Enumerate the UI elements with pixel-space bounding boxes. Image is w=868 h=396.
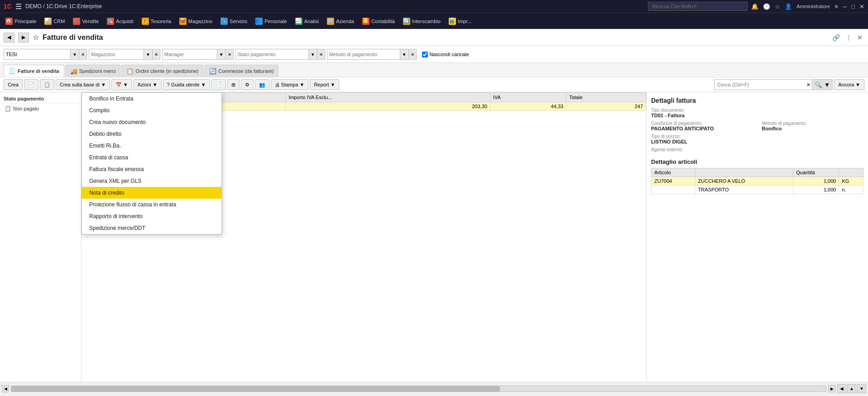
nav-prev-button[interactable]: ◀ [837,384,846,393]
nav-interscambio[interactable]: 🔄 Interscambio [399,16,444,27]
metodo-filter-clear[interactable]: ✕ [408,49,416,59]
bell-icon[interactable]: 🔔 [751,3,758,10]
dropdown-item-crea-nuovo[interactable]: Crea nuovo documento [82,116,221,128]
guida-dropdown-icon: ▼ [201,82,206,87]
toolbar-search-go[interactable]: 🔍 ▼ [812,80,832,90]
report-button[interactable]: Report ▼ [310,79,339,90]
forward-button[interactable]: ▶ [18,33,29,43]
nav-vendite[interactable]: 🛒 Vendite [69,16,102,27]
manager-filter-clear[interactable]: ✕ [225,49,233,59]
nav-azienda[interactable]: 🏢 Azienda [323,16,358,27]
grid-button[interactable]: ⊞ [227,79,240,90]
ancora-button[interactable]: Ancora ▼ [834,79,864,90]
nav-personale[interactable]: 👥 Personale [252,16,291,27]
star-icon[interactable]: ☆ [775,3,780,10]
stampa-button[interactable]: 🖨 Stampa ▼ [271,79,309,90]
guida-button[interactable]: ? Guida utente ▼ [163,79,210,90]
back-button[interactable]: ◀ [4,33,14,43]
nascondi-checkbox[interactable] [422,52,428,57]
dropdown-item-nota-credito[interactable]: Nota di credito [82,187,221,199]
nav-servizio-label: Servizio [230,19,247,24]
search-filter-clear[interactable]: ✕ [79,49,86,59]
maximize-icon[interactable]: □ [851,3,855,10]
minimize-icon[interactable]: ─ [843,3,847,10]
tab-spedizioni[interactable]: 🚚 Spedizioni merci [65,65,121,77]
nav-magazzino[interactable]: 📦 Magazzino [176,16,216,27]
col-importo[interactable]: Importo IVA Esclu... [286,93,490,102]
toolbar-search-input[interactable] [715,80,805,90]
dropdown-item-spedizione[interactable]: Spedizione merce/DDT [82,222,221,234]
magazzino-filter-input[interactable] [89,49,144,59]
sidebar-item-non-pagato[interactable]: 📋 Non pagato [2,104,79,114]
metodo-filter-dropdown[interactable]: ▼ [400,49,408,59]
user-icon[interactable]: 👤 [785,3,792,10]
filter-bar: ▼ ✕ ▼ ✕ ▼ ✕ ▼ ✕ ▼ ✕ Nascondi caricate [0,46,868,63]
nav-analisi[interactable]: 📈 Analisi [292,16,322,27]
toolbar: Crea 📄 📋 Crea sulla base di ▼ 📅 ▼ Azioni… [0,77,868,92]
col-iva[interactable]: IVA [490,93,566,102]
nav-acquisti[interactable]: 🛍️ Acquisti [103,16,137,27]
art-col-desc [695,168,793,177]
calendar-button[interactable]: 📅 ▼ [111,79,132,90]
hamburger-icon[interactable]: ☰ [15,2,22,11]
topbar-search-input[interactable] [648,2,748,11]
nav-contabilita[interactable]: 📒 Contabilità [359,16,398,27]
close-page-button[interactable]: ✕ [855,33,864,42]
crea-button[interactable]: Crea [4,79,23,90]
more-options-icon[interactable]: ⋮ [844,33,854,42]
stato-filter-input[interactable] [236,49,308,59]
manager-filter-input[interactable] [163,49,217,59]
search-filter-input[interactable] [4,49,70,59]
toolbar-search-clear[interactable]: ✕ [805,82,812,88]
people-button[interactable]: 👥 [255,79,269,90]
clock-icon[interactable]: 🕐 [763,3,770,10]
nav-servizio[interactable]: 🔧 Servizio [217,16,251,27]
magazzino-filter-dropdown[interactable]: ▼ [144,49,152,59]
search-filter-dropdown[interactable]: ▼ [70,49,79,59]
scroll-left-button[interactable]: ◀ [2,385,9,392]
dropdown-item-fattura-fiscale[interactable]: Fattura fiscale emessa [82,163,221,175]
dropdown-item-rapporto[interactable]: Rapporto di intervento [82,210,221,222]
nav-crm[interactable]: 📊 CRM [41,16,68,27]
settings-icon[interactable]: ≡ [834,3,838,10]
dropdown-item-emetti[interactable]: Emetti Ri.Ba. [82,140,221,152]
nav-down-button[interactable]: ▼ [857,384,866,393]
stampa-label: Stampa [281,82,298,87]
close-icon[interactable]: ✕ [859,3,864,10]
scroll-track[interactable] [11,386,826,392]
art-um-1: KG [839,177,863,186]
articles-row[interactable]: TRASPORTO 1,000 n. [652,186,863,194]
manager-filter-dropdown[interactable]: ▼ [217,49,225,59]
doc-button[interactable]: 📄 [211,79,226,90]
col-totale[interactable]: Totale [566,93,646,102]
tab-ordini[interactable]: 📋 Ordini cliente (in spedizione) [121,65,203,77]
crea-base-button[interactable]: Crea sulla base di ▼ [56,79,110,90]
stato-filter-clear[interactable]: ✕ [317,49,325,59]
dropdown-item-proiezione[interactable]: Proiezione flusso di cassa in entrata [82,199,221,210]
nav-impr[interactable]: 🖨️ Impr... [445,16,475,27]
copy-button[interactable]: 📄 [24,79,38,90]
scroll-right-button[interactable]: ▶ [828,385,835,392]
settings2-button[interactable]: ⚙ [241,79,254,90]
link-icon[interactable]: 🔗 [830,33,842,42]
nav-up-button[interactable]: ▲ [847,384,856,393]
nav-impr-label: Impr... [458,19,472,24]
dropdown-item-genera-xml[interactable]: Genera XML per GLS [82,175,221,187]
metodo-filter-input[interactable] [327,49,400,59]
magazzino-filter-clear[interactable]: ✕ [152,49,160,59]
paste-button[interactable]: 📋 [40,79,54,90]
tab-fatture[interactable]: 🧾 Fatture di vendita [4,65,64,77]
dropdown-item-bonifico[interactable]: Bonifico in Entrata [82,93,221,105]
tab-commesse[interactable]: 🔄 Commesse (da fatturare) [204,65,278,77]
dropdown-item-debito[interactable]: Debito diretto [82,128,221,140]
dropdown-item-entrata-cassa[interactable]: Entrata di cassa [82,152,221,163]
favorite-star-icon[interactable]: ☆ [33,33,39,42]
dropdown-item-compito[interactable]: Compito [82,105,221,116]
azioni-button[interactable]: Azioni ▼ [134,79,162,90]
details-title: Dettagli fattura [651,97,863,104]
stato-filter-dropdown[interactable]: ▼ [308,49,317,59]
articles-row[interactable]: ZU7004 ZUCCHERO A VELO 1,000 KG [652,177,863,186]
stampa-dropdown-icon: ▼ [300,82,305,87]
nav-tesoreria[interactable]: 💰 Tesoreria [138,16,175,27]
nav-principale[interactable]: 🏠 Principale [2,16,40,27]
